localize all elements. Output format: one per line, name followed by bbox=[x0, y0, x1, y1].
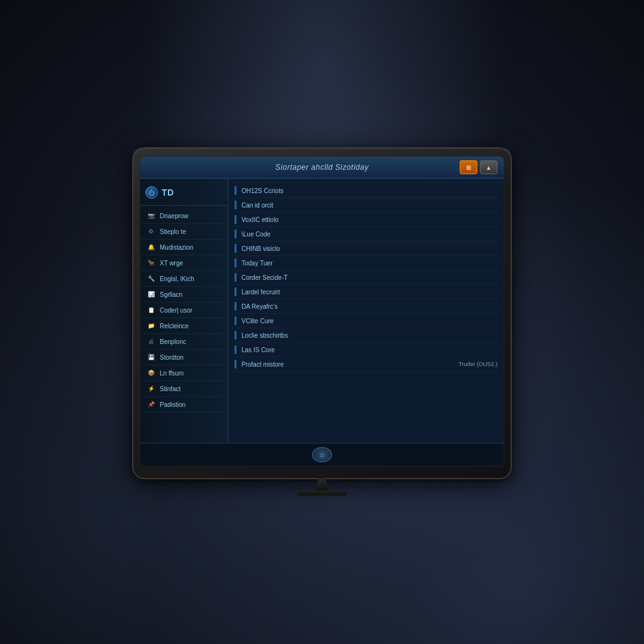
right-item-text-6: Corder Secide-T bbox=[242, 274, 287, 281]
right-item-text-12: Profact mistore bbox=[242, 361, 284, 368]
scroll-up-button[interactable]: ▲ bbox=[480, 160, 497, 174]
sidebar-icon-2: 🔔 bbox=[145, 243, 157, 252]
sidebar-label-9: Stordton bbox=[160, 354, 184, 361]
sidebar-icon-4: 🔧 bbox=[145, 274, 157, 283]
home-button[interactable]: ⌂ bbox=[312, 447, 332, 462]
right-item-1[interactable]: Can id orcit bbox=[235, 198, 497, 213]
sidebar-item-5[interactable]: 📊 Sgrllacn bbox=[140, 287, 228, 303]
sidebar-label-12: Padistion bbox=[160, 401, 186, 408]
sidebar-icon-9: 💾 bbox=[145, 353, 157, 362]
sidebar-item-6[interactable]: 📋 Coder| usor bbox=[140, 303, 228, 318]
sidebar-icon-1: ⚙ bbox=[145, 227, 157, 236]
sidebar-item-0[interactable]: 📷 Dnaeprow bbox=[140, 208, 228, 224]
right-item-7[interactable]: Lardel fecruirt bbox=[235, 285, 497, 299]
right-item-12[interactable]: Profact mistore Truder (OUS2.) bbox=[235, 357, 497, 372]
sidebar-icon-8: 🖨 bbox=[145, 337, 157, 346]
item-bar-6 bbox=[235, 273, 236, 282]
sidebar-items-container: 📷 Dnaeprow ⚙ Stieplo te 🔔 Mudistazion 🐂 … bbox=[140, 208, 228, 413]
header-bar: Siortaper ahclld Sizotiday ⊞ ▲ bbox=[140, 157, 504, 179]
right-item-sub-12: Truder (OUS2.) bbox=[458, 361, 497, 367]
sidebar-icon-6: 📋 bbox=[145, 306, 157, 314]
right-item-text-8: DA Reyafrc's bbox=[242, 303, 277, 310]
item-bar-1 bbox=[235, 201, 236, 209]
item-bar-3 bbox=[235, 230, 236, 238]
right-item-text-9: VClite Cure bbox=[242, 318, 274, 325]
right-item-0[interactable]: OH12S Ccriots bbox=[235, 184, 497, 198]
right-item-4[interactable]: CHINB visiclo bbox=[235, 242, 497, 256]
right-item-6[interactable]: Corder Secide-T bbox=[235, 270, 497, 285]
device-screen: Siortaper ahclld Sizotiday ⊞ ▲ ⏻ TD bbox=[140, 156, 504, 467]
right-item-5[interactable]: Today Tuer bbox=[235, 256, 497, 270]
right-item-text-7: Lardel fecruirt bbox=[242, 289, 280, 296]
item-bar-9 bbox=[235, 316, 236, 325]
right-item-10[interactable]: Loclie sbschirtbs bbox=[235, 328, 497, 343]
sidebar-label-10: Ln ffsum bbox=[160, 370, 184, 377]
sidebar-logo: ⏻ bbox=[145, 186, 158, 199]
item-bar-5 bbox=[235, 258, 236, 267]
right-item-11[interactable]: Las IS Core bbox=[235, 343, 497, 357]
sidebar-label-11: Stinfact bbox=[160, 386, 180, 392]
sidebar-icon-0: 📷 bbox=[145, 211, 157, 220]
item-bar-10 bbox=[235, 331, 236, 340]
sidebar-item-7[interactable]: 📁 Relcleince bbox=[140, 318, 228, 334]
header-title: Siortaper ahclld Sizotiday bbox=[184, 163, 460, 172]
sidebar-icon-3: 🐂 bbox=[145, 258, 157, 267]
right-item-text-4: CHINB visiclo bbox=[242, 245, 280, 252]
item-bar-2 bbox=[235, 215, 236, 224]
right-item-text-2: VoxIIC ettiolo bbox=[242, 216, 279, 223]
sidebar-label-7: Relcleince bbox=[160, 323, 189, 330]
sidebar-label-0: Dnaeprow bbox=[160, 213, 189, 219]
device-mount bbox=[313, 478, 331, 491]
sidebar-label-8: Benplonc bbox=[160, 338, 186, 345]
sidebar-label-6: Coder| usor bbox=[160, 307, 192, 314]
item-bar-8 bbox=[235, 302, 236, 311]
sidebar-icon-12: 📌 bbox=[145, 400, 157, 409]
sidebar-icon-7: 📁 bbox=[145, 321, 157, 330]
right-item-9[interactable]: VClite Cure bbox=[235, 314, 497, 328]
sidebar-item-9[interactable]: 💾 Stordton bbox=[140, 350, 228, 365]
right-item-text-5: Today Tuer bbox=[242, 260, 272, 267]
right-item-text-0: OH12S Ccriots bbox=[242, 187, 284, 194]
map-view-button[interactable]: ⊞ bbox=[460, 160, 477, 174]
right-item-8[interactable]: DA Reyafrc's bbox=[235, 299, 497, 314]
sidebar-item-11[interactable]: ⚡ Stinfact bbox=[140, 381, 228, 397]
right-item-text-10: Loclie sbschirtbs bbox=[242, 332, 288, 339]
right-item-2[interactable]: VoxIIC ettiolo bbox=[235, 213, 497, 227]
device-base bbox=[297, 491, 347, 496]
header-icons: ⊞ ▲ bbox=[460, 160, 497, 174]
sidebar-item-8[interactable]: 🖨 Benplonc bbox=[140, 334, 228, 350]
item-bar-4 bbox=[235, 244, 236, 253]
sidebar-header: ⏻ TD bbox=[140, 182, 228, 206]
item-bar-11 bbox=[235, 345, 236, 354]
bottom-nav: ⌂ bbox=[140, 443, 504, 466]
power-icon: ⏻ bbox=[148, 189, 155, 196]
sidebar-label-2: Mudistazion bbox=[160, 244, 193, 251]
gps-device: Siortaper ahclld Sizotiday ⊞ ▲ ⏻ TD bbox=[133, 148, 511, 496]
right-item-text-1: Can id orcit bbox=[242, 202, 274, 209]
sidebar-label-3: XT wrge bbox=[160, 260, 183, 267]
right-panel: OH12S Ccriots Can id orcit VoxIIC ettiol… bbox=[228, 179, 504, 443]
sidebar-item-2[interactable]: 🔔 Mudistazion bbox=[140, 240, 228, 255]
item-bar-7 bbox=[235, 287, 236, 296]
device-shell: Siortaper ahclld Sizotiday ⊞ ▲ ⏻ TD bbox=[133, 148, 511, 478]
sidebar: ⏻ TD 📷 Dnaeprow ⚙ Stieplo te 🔔 Mudistazi… bbox=[140, 179, 228, 443]
right-item-3[interactable]: \Lue Code bbox=[235, 227, 497, 242]
main-content: ⏻ TD 📷 Dnaeprow ⚙ Stieplo te 🔔 Mudistazi… bbox=[140, 179, 504, 443]
right-item-text-11: Las IS Core bbox=[242, 347, 275, 353]
right-item-text-3: \Lue Code bbox=[242, 231, 270, 238]
sidebar-label-1: Stieplo te bbox=[160, 228, 186, 235]
sidebar-item-1[interactable]: ⚙ Stieplo te bbox=[140, 224, 228, 240]
sidebar-icon-11: ⚡ bbox=[145, 384, 157, 393]
sidebar-icon-5: 📊 bbox=[145, 290, 157, 299]
sidebar-item-10[interactable]: 📦 Ln ffsum bbox=[140, 365, 228, 381]
sidebar-title: TD bbox=[162, 187, 174, 197]
sidebar-label-5: Sgrllacn bbox=[160, 291, 182, 298]
right-items-container: OH12S Ccriots Can id orcit VoxIIC ettiol… bbox=[235, 184, 497, 372]
sidebar-label-4: Englsl, lKich bbox=[160, 275, 194, 282]
item-bar-0 bbox=[235, 186, 236, 195]
sidebar-item-4[interactable]: 🔧 Englsl, lKich bbox=[140, 271, 228, 287]
sidebar-item-3[interactable]: 🐂 XT wrge bbox=[140, 255, 228, 271]
sidebar-icon-10: 📦 bbox=[145, 369, 157, 377]
item-bar-12 bbox=[235, 360, 236, 369]
sidebar-item-12[interactable]: 📌 Padistion bbox=[140, 397, 228, 413]
